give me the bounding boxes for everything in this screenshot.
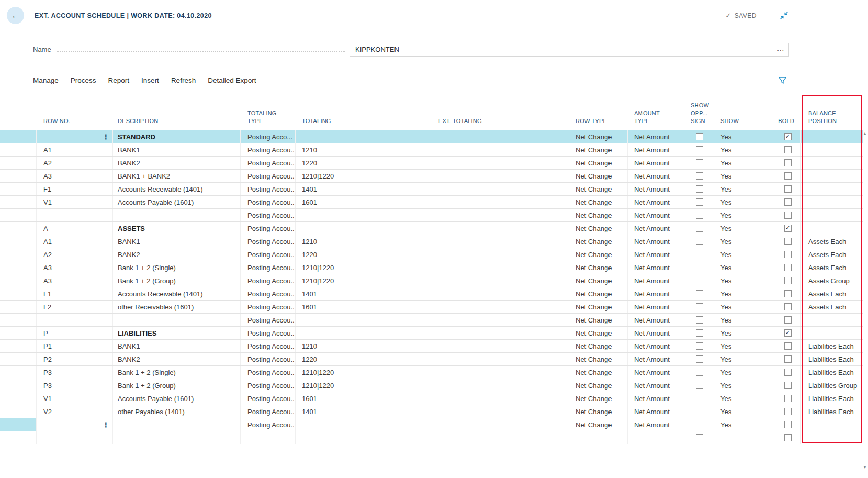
table-row[interactable]: A ASSETS Posting Accou... Net Change Net…	[0, 221, 863, 235]
bold-checkbox[interactable]	[784, 355, 792, 363]
table-row[interactable]: P1 BANK1 Posting Accou... 1210 Net Chang…	[0, 339, 863, 352]
cell-description[interactable]: Accounts Payable (1601)	[113, 392, 241, 405]
cell-amount-type[interactable]: Net Amount	[628, 261, 685, 274]
cell-totaling-type[interactable]: Posting Accou...	[241, 392, 296, 405]
cell-show[interactable]: Yes	[714, 340, 753, 352]
cell-amount-type[interactable]: Net Amount	[628, 248, 685, 261]
table-row[interactable]: A3 BANK1 + BANK2 Posting Accou... 1210|1…	[0, 169, 863, 182]
table-row[interactable]: A3 Bank 1 + 2 (Single) Posting Accou... …	[0, 261, 863, 274]
column-header-totaling-type[interactable]: TOTALING TYPE	[241, 109, 296, 130]
table-row[interactable]	[0, 431, 863, 444]
table-row[interactable]: V2 other Payables (1401) Posting Accou..…	[0, 405, 863, 418]
cell-totaling[interactable]: 1220	[296, 157, 434, 169]
cell-show[interactable]: Yes	[714, 327, 753, 339]
cell-totaling[interactable]: 1210	[296, 340, 434, 352]
cell-balance-position[interactable]: Assets Each	[801, 287, 863, 300]
cell-balance-position[interactable]	[801, 183, 863, 195]
cell-totaling-type[interactable]: Posting Accou...	[241, 353, 296, 365]
cell-balance-position[interactable]	[801, 431, 863, 444]
opp-sign-checkbox[interactable]	[696, 172, 703, 180]
cell-totaling[interactable]: 1210|1220	[296, 170, 434, 182]
table-row[interactable]: Posting Accou... Net Change Net Amount Y…	[0, 208, 863, 221]
cell-totaling[interactable]: 1601	[296, 392, 434, 405]
row-selector-cell[interactable]	[0, 431, 37, 444]
cell-show[interactable]: Yes	[714, 130, 753, 143]
cell-row-type[interactable]: Net Change	[569, 353, 628, 365]
cell-show[interactable]: Yes	[714, 314, 753, 326]
cell-totaling[interactable]: 1210|1220	[296, 261, 434, 274]
cell-totaling-type[interactable]: Posting Accou...	[241, 209, 296, 221]
menu-item-refresh[interactable]: Refresh	[171, 76, 196, 84]
cell-description[interactable]	[113, 418, 241, 431]
cell-totaling[interactable]: 1210	[296, 143, 434, 156]
cell-row-no[interactable]	[37, 418, 99, 431]
cell-ext-totaling[interactable]	[434, 209, 569, 221]
cell-totaling-type[interactable]: Posting Accou...	[241, 235, 296, 248]
cell-totaling[interactable]	[296, 431, 434, 444]
bold-checkbox[interactable]	[784, 212, 792, 219]
opp-sign-checkbox[interactable]	[696, 159, 703, 166]
cell-show[interactable]: Yes	[714, 248, 753, 261]
cell-amount-type[interactable]: Net Amount	[628, 340, 685, 352]
cell-totaling-type[interactable]: Posting Accou...	[241, 222, 296, 235]
cell-totaling[interactable]: 1210|1220	[296, 366, 434, 379]
cell-description[interactable]: BANK2	[113, 157, 241, 169]
cell-amount-type[interactable]: Net Amount	[628, 196, 685, 208]
cell-totaling[interactable]: 1401	[296, 405, 434, 418]
cell-row-no[interactable]: A3	[37, 170, 99, 182]
cell-show[interactable]	[714, 431, 753, 444]
cell-row-type[interactable]: Net Change	[569, 235, 628, 248]
row-selector-cell[interactable]	[0, 209, 37, 221]
cell-balance-position[interactable]: Liabilities Each	[801, 392, 863, 405]
cell-balance-position[interactable]	[801, 209, 863, 221]
cell-show[interactable]: Yes	[714, 261, 753, 274]
row-selector-cell[interactable]	[0, 130, 37, 143]
cell-row-no[interactable]	[37, 431, 99, 444]
cell-show[interactable]: Yes	[714, 392, 753, 405]
opp-sign-checkbox[interactable]	[696, 212, 703, 219]
cell-totaling-type[interactable]: Posting Accou...	[241, 379, 296, 392]
cell-description[interactable]: Bank 1 + 2 (Group)	[113, 274, 241, 287]
menu-item-detailed-export[interactable]: Detailed Export	[208, 76, 256, 84]
cell-totaling-type[interactable]: Posting Accou...	[241, 405, 296, 418]
name-input[interactable]	[350, 46, 773, 53]
cell-row-type[interactable]: Net Change	[569, 418, 628, 431]
cell-row-type[interactable]: Net Change	[569, 340, 628, 352]
cell-balance-position[interactable]	[801, 157, 863, 169]
cell-amount-type[interactable]: Net Amount	[628, 392, 685, 405]
cell-show[interactable]: Yes	[714, 222, 753, 235]
cell-totaling[interactable]	[296, 222, 434, 235]
opp-sign-checkbox[interactable]	[696, 133, 703, 140]
table-row[interactable]: ⋮ STANDARD Posting Acco... Net Change Ne…	[0, 130, 863, 143]
cell-balance-position[interactable]	[801, 170, 863, 182]
cell-row-no[interactable]: A3	[37, 261, 99, 274]
row-selector-cell[interactable]	[0, 274, 37, 287]
cell-ext-totaling[interactable]	[434, 157, 569, 169]
cell-description[interactable]: Accounts Receivable (1401)	[113, 183, 241, 195]
opp-sign-checkbox[interactable]	[696, 355, 703, 363]
cell-ext-totaling[interactable]	[434, 261, 569, 274]
bold-checkbox[interactable]	[784, 395, 792, 402]
cell-row-type[interactable]: Net Change	[569, 287, 628, 300]
cell-totaling-type[interactable]: Posting Acco...	[241, 130, 296, 143]
cell-amount-type[interactable]: Net Amount	[628, 353, 685, 365]
cell-ext-totaling[interactable]	[434, 301, 569, 313]
table-row[interactable]: A1 BANK1 Posting Accou... 1210 Net Chang…	[0, 143, 863, 156]
bold-checkbox[interactable]	[784, 264, 792, 271]
opp-sign-checkbox[interactable]	[696, 277, 703, 284]
column-header-balance-position[interactable]: BALANCE POSITION	[801, 109, 863, 130]
cell-row-type[interactable]: Net Change	[569, 143, 628, 156]
cell-row-no[interactable]: A1	[37, 235, 99, 248]
cell-amount-type[interactable]: Net Amount	[628, 222, 685, 235]
cell-totaling-type[interactable]: Posting Accou...	[241, 274, 296, 287]
row-menu-icon[interactable]: ⋮	[99, 133, 112, 141]
bold-checkbox[interactable]	[784, 198, 792, 206]
table-row[interactable]: V1 Accounts Payable (1601) Posting Accou…	[0, 195, 863, 208]
cell-amount-type[interactable]: Net Amount	[628, 418, 685, 431]
collapse-icon[interactable]	[780, 11, 788, 20]
row-selector-cell[interactable]	[0, 392, 37, 405]
bold-checkbox[interactable]	[784, 146, 792, 153]
cell-ext-totaling[interactable]	[434, 405, 569, 418]
bold-checkbox[interactable]	[784, 369, 792, 376]
cell-ext-totaling[interactable]	[434, 235, 569, 248]
